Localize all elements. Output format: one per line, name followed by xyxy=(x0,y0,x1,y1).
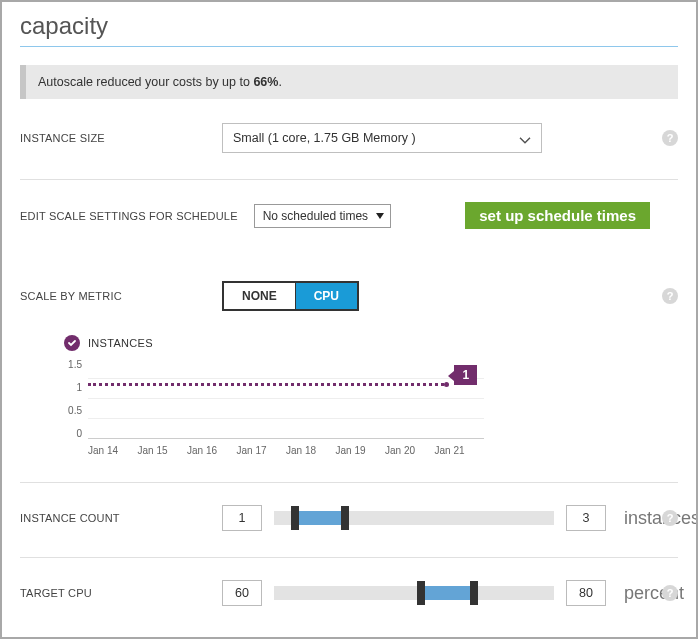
slider-handle-high[interactable] xyxy=(470,581,478,605)
divider xyxy=(20,557,678,558)
target-cpu-min[interactable]: 60 xyxy=(222,580,262,606)
ytick: 0 xyxy=(64,428,82,439)
xtick: Jan 19 xyxy=(336,445,386,456)
xtick: Jan 14 xyxy=(88,445,138,456)
instance-count-unit: instances xyxy=(624,508,698,529)
check-circle-icon xyxy=(64,335,80,351)
instance-size-value: Small (1 core, 1.75 GB Memory ) xyxy=(233,131,416,145)
chart-data-line xyxy=(88,383,444,386)
xtick: Jan 20 xyxy=(385,445,435,456)
ytick: 1 xyxy=(64,382,82,393)
cost-banner: Autoscale reduced your costs by up to 66… xyxy=(20,65,678,99)
instance-size-label: INSTANCE SIZE xyxy=(20,132,222,144)
banner-suffix: . xyxy=(278,75,281,89)
chart-y-axis: 1.5 1 0.5 0 xyxy=(64,359,88,439)
metric-option-none[interactable]: NONE xyxy=(224,283,296,309)
instance-size-select[interactable]: Small (1 core, 1.75 GB Memory ) xyxy=(222,123,542,153)
instance-count-min[interactable]: 1 xyxy=(222,505,262,531)
xtick: Jan 18 xyxy=(286,445,336,456)
slider-handle-low[interactable] xyxy=(291,506,299,530)
target-cpu-max[interactable]: 80 xyxy=(566,580,606,606)
xtick: Jan 16 xyxy=(187,445,237,456)
instance-count-max[interactable]: 3 xyxy=(566,505,606,531)
chart-plot: 1 xyxy=(88,359,484,439)
help-icon[interactable]: ? xyxy=(662,130,678,146)
target-cpu-slider[interactable] xyxy=(274,586,554,600)
ytick: 1.5 xyxy=(64,359,82,370)
schedule-value: No scheduled times xyxy=(263,209,368,223)
setup-schedule-button[interactable]: set up schedule times xyxy=(465,202,650,229)
metric-toggle-group: NONE CPU xyxy=(222,281,359,311)
divider xyxy=(20,482,678,483)
chart-value-badge: 1 xyxy=(454,365,477,385)
scale-metric-label: SCALE BY METRIC xyxy=(20,290,222,302)
chart-x-axis: Jan 14 Jan 15 Jan 16 Jan 17 Jan 18 Jan 1… xyxy=(88,439,484,456)
title-underline xyxy=(20,46,678,47)
schedule-label: EDIT SCALE SETTINGS FOR SCHEDULE xyxy=(20,210,238,222)
instance-count-label: INSTANCE COUNT xyxy=(20,512,222,524)
xtick: Jan 17 xyxy=(237,445,287,456)
divider xyxy=(20,179,678,180)
triangle-down-icon xyxy=(376,213,384,219)
metric-option-cpu[interactable]: CPU xyxy=(296,283,357,309)
banner-pct: 66% xyxy=(253,75,278,89)
slider-handle-low[interactable] xyxy=(417,581,425,605)
help-icon[interactable]: ? xyxy=(662,288,678,304)
banner-prefix: Autoscale reduced your costs by up to xyxy=(38,75,253,89)
help-icon[interactable]: ? xyxy=(662,510,678,526)
ytick: 0.5 xyxy=(64,405,82,416)
instance-count-slider[interactable] xyxy=(274,511,554,525)
instances-chart: INSTANCES 1.5 1 0.5 0 1 Jan 14 Jan 15 Ja… xyxy=(64,335,484,456)
chart-title: INSTANCES xyxy=(88,337,153,349)
help-icon[interactable]: ? xyxy=(662,585,678,601)
chevron-down-icon xyxy=(519,134,531,148)
xtick: Jan 21 xyxy=(435,445,485,456)
xtick: Jan 15 xyxy=(138,445,188,456)
slider-handle-high[interactable] xyxy=(341,506,349,530)
target-cpu-label: TARGET CPU xyxy=(20,587,222,599)
schedule-select[interactable]: No scheduled times xyxy=(254,204,391,228)
page-title: capacity xyxy=(20,2,678,46)
